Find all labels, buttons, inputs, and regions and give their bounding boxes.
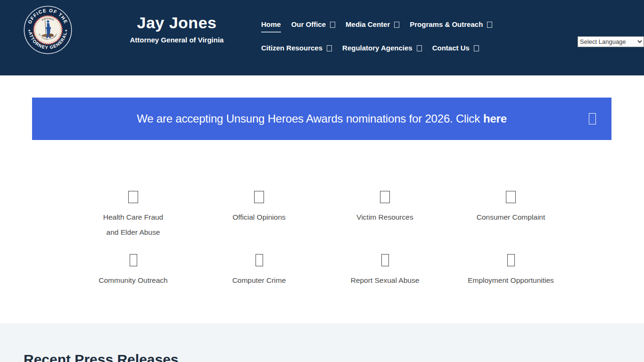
community-outreach-icon: [130, 254, 137, 266]
report-sexual-abuse-icon: [381, 254, 389, 266]
employment-opportunities-icon: [507, 254, 515, 266]
tile-label-line: Computer Crime: [232, 273, 286, 288]
health-care-fraud-icon: [128, 191, 138, 203]
seal-icon: OFFICE OF THE ATTORNEY GENERAL ★ ★ VIRGI…: [24, 6, 72, 54]
announcement-banner: We are accepting Unsung Heroes Awards no…: [32, 98, 611, 140]
nav-label: Media Center: [346, 20, 390, 28]
site-subtitle: Attorney General of Virginia: [118, 36, 236, 44]
tile-label-line: Victim Resources: [356, 210, 413, 225]
dropdown-caret-icon: [394, 22, 399, 28]
announcement-text: We are accepting Unsung Heroes Awards no…: [137, 112, 507, 125]
language-select[interactable]: Select Language: [578, 36, 644, 47]
quick-link-computer-crime[interactable]: Computer Crime: [196, 254, 322, 288]
dropdown-caret-icon: [474, 45, 479, 51]
quick-links-row-2: Community Outreach Computer Crime Report…: [70, 254, 574, 288]
official-opinions-icon: [254, 191, 264, 203]
site-header: OFFICE OF THE ATTORNEY GENERAL ★ ★ VIRGI…: [0, 0, 644, 75]
nav-label: Home: [261, 20, 281, 28]
announcement-message: We are accepting Unsung Heroes Awards no…: [137, 112, 480, 125]
quick-link-employment-opportunities[interactable]: Employment Opportunities: [448, 254, 574, 288]
nav-row-2: Citizen Resources Regulatory Agencies Co…: [261, 43, 479, 53]
press-section: Recent Press Releases: [0, 323, 644, 362]
press-section-heading: Recent Press Releases: [24, 352, 644, 362]
tile-label-line: Consumer Complaint: [477, 210, 545, 225]
brand-block: Jay Jones Attorney General of Virginia: [118, 13, 236, 44]
tile-label-line: Community Outreach: [99, 273, 167, 288]
nav-item-programs-outreach[interactable]: Programs & Outreach: [410, 20, 492, 29]
nav-item-home[interactable]: Home: [261, 20, 281, 33]
dropdown-caret-icon: [417, 45, 422, 51]
tile-label-line: Official Opinions: [232, 210, 286, 225]
seal-star-right: ★: [65, 29, 67, 32]
close-icon[interactable]: [589, 113, 596, 124]
quick-link-report-sexual-abuse[interactable]: Report Sexual Abuse: [322, 254, 448, 288]
nav-row-1: Home Our Office Media Center Programs & …: [261, 20, 492, 33]
nav-label: Our Office: [291, 20, 326, 28]
nav-label: Citizen Resources: [261, 44, 322, 52]
quick-links-row-1: Health Care Fraudand Elder Abuse Officia…: [70, 191, 574, 240]
quick-link-official-opinions[interactable]: Official Opinions: [196, 191, 322, 240]
nav-label: Programs & Outreach: [410, 20, 483, 28]
tile-label-line: Health Care Fraud: [103, 210, 164, 225]
quick-link-community-outreach[interactable]: Community Outreach: [70, 254, 196, 288]
page: OFFICE OF THE ATTORNEY GENERAL ★ ★ VIRGI…: [0, 0, 644, 362]
computer-crime-icon: [256, 254, 263, 266]
nav-label: Contact Us: [432, 44, 470, 52]
nav-item-our-office[interactable]: Our Office: [291, 20, 335, 29]
tile-label-line: Report Sexual Abuse: [351, 273, 420, 288]
dropdown-caret-icon: [327, 45, 332, 51]
nav-item-citizen-resources[interactable]: Citizen Resources: [261, 43, 332, 53]
tile-label-line: and Elder Abuse: [103, 225, 164, 240]
seal-star-left: ★: [28, 29, 31, 32]
dropdown-caret-icon: [487, 22, 492, 28]
nav-label: Regulatory Agencies: [342, 44, 413, 52]
quick-link-victim-resources[interactable]: Victim Resources: [322, 191, 448, 240]
consumer-complaint-icon: [506, 191, 516, 203]
dropdown-caret-icon: [330, 22, 335, 28]
attorney-general-seal-logo: OFFICE OF THE ATTORNEY GENERAL ★ ★ VIRGI…: [24, 6, 72, 54]
quick-link-health-care-fraud[interactable]: Health Care Fraudand Elder Abuse: [70, 191, 196, 240]
nav-item-media-center[interactable]: Media Center: [346, 20, 399, 29]
nav-item-regulatory-agencies[interactable]: Regulatory Agencies: [342, 43, 422, 53]
site-title: Jay Jones: [118, 13, 236, 32]
victim-resources-icon: [380, 191, 390, 203]
quick-link-consumer-complaint[interactable]: Consumer Complaint: [448, 191, 574, 240]
tile-label-line: Employment Opportunities: [468, 273, 554, 288]
nav-item-contact-us[interactable]: Contact Us: [432, 43, 479, 53]
announcement-here-link[interactable]: here: [483, 112, 507, 125]
